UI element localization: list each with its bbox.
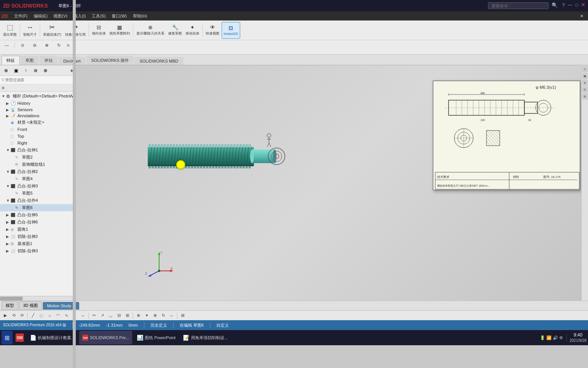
bt-rotate[interactable]: ↻	[160, 312, 167, 319]
sidebar-btn-properties[interactable]: ⊕	[2, 66, 11, 75]
menu-file[interactable]: 文件(F)	[11, 11, 31, 20]
expand-chamfer1[interactable]: ▶	[6, 242, 11, 246]
taskbar-app-sw[interactable]: SW SOLIDWORKS Pre...	[79, 331, 132, 344]
row2-btn5[interactable]: ↻	[53, 41, 64, 49]
tree-item-top[interactable]: □ Top	[0, 133, 75, 140]
taskbar-start[interactable]: ⊞	[2, 331, 13, 344]
tree-item-cut2[interactable]: ▶ ⬜ 切除-拉伸3	[0, 247, 75, 255]
expand-cut1[interactable]: ▶	[6, 234, 11, 239]
menu-edit[interactable]: 编辑(E)	[31, 11, 51, 20]
menu-tools[interactable]: 工具(S)	[89, 11, 109, 20]
sidebar-btn-grid[interactable]: ▣	[11, 66, 20, 75]
rp-btn3[interactable]: ⊕	[582, 80, 588, 86]
bt-trim[interactable]: ✂	[90, 312, 98, 319]
taskbar-app-ppt[interactable]: 📊 图纸 PowerPoint	[134, 331, 178, 344]
tree-item-boss4[interactable]: ▼ ⬛ 凸台-拉件4	[0, 197, 75, 204]
tree-item-material[interactable]: ◈ 材质 <未指定>	[0, 119, 75, 126]
view-tab-model[interactable]: 模型	[2, 301, 18, 310]
expand-cut2[interactable]: ▶	[6, 249, 11, 253]
tree-item-sensors[interactable]: ▶ 📡 Sensors	[0, 107, 75, 113]
expand-boss6[interactable]: ▶	[6, 220, 11, 224]
view-tab-3d[interactable]: 3D 视图	[19, 301, 42, 310]
tab-sw-plugins[interactable]: SOLIDWORKS 插件	[86, 56, 134, 65]
tree-item-fillet1[interactable]: ▶ ◎ 圆角1	[0, 226, 75, 233]
bt-play[interactable]: ▶	[2, 312, 9, 319]
tree-item-sketch6[interactable]: ✎ 草图6	[0, 204, 75, 211]
tree-item-annotations[interactable]: ▶ 📝 Annotations	[0, 113, 75, 119]
tree-item-right[interactable]: □ Right	[0, 140, 75, 146]
linear-array-button[interactable]: ▦ 线性草图阵列	[108, 22, 131, 39]
bt-relation[interactable]: ⊕	[134, 312, 142, 319]
tree-item-thread1[interactable]: ⟳ 装饰螺纹线1	[0, 161, 75, 168]
row2-btn3[interactable]: ⊖	[29, 41, 40, 49]
smart-dim-button[interactable]: ↔ 智能尺寸	[22, 22, 38, 39]
expand-sensors[interactable]: ▶	[6, 108, 11, 112]
bt-copy[interactable]: ⊕	[151, 312, 159, 319]
show-relations-button[interactable]: ⊕ 显示/删除几何关系	[135, 22, 166, 39]
bt-insert[interactable]: ⊞	[179, 312, 186, 319]
bt-fillet[interactable]: ◡	[107, 312, 114, 319]
sidebar-scrollbar[interactable]	[0, 296, 75, 300]
tree-item-boss3[interactable]: ▼ ⬛ 凸台-拉伸3	[0, 182, 75, 190]
bt-undo[interactable]: ⟲	[10, 312, 17, 319]
tree-item-boss6[interactable]: ▶ ⬛ 凸台-拉伸6	[0, 219, 75, 226]
sidebar-btn-target[interactable]: ⊚	[31, 66, 40, 75]
expand-history[interactable]: ▶	[6, 101, 11, 105]
menu-view[interactable]: 视图(V)	[50, 11, 70, 20]
tab-sketch[interactable]: 草图	[20, 56, 39, 65]
bt-spline[interactable]: ∿	[63, 312, 70, 319]
tree-item-sketch2[interactable]: ✎ 草图2	[0, 154, 75, 161]
bt-offset[interactable]: ⊟	[115, 312, 123, 319]
row2-btn4[interactable]: ⊕	[41, 41, 52, 49]
bt-scale[interactable]: ↔	[168, 312, 175, 319]
search-input[interactable]	[488, 2, 549, 9]
sidebar-scroll-thumb[interactable]	[0, 297, 23, 300]
expand-boss3[interactable]: ▼	[6, 184, 11, 188]
bt-redo[interactable]: ⟳	[18, 312, 26, 319]
tree-item-cut1[interactable]: ▶ ⬜ 切除-拉伸2	[0, 233, 75, 240]
taskbar-app-doc[interactable]: 📄 机械制图设计教案...	[27, 331, 78, 344]
expand-boss4[interactable]: ▼	[6, 198, 11, 203]
tab-dimxpert[interactable]: DimXpert	[58, 57, 86, 65]
tab-sw-mbd[interactable]: SOLIDWORKS MBD	[134, 57, 183, 65]
sidebar-btn-up[interactable]: ↑	[21, 66, 30, 75]
mirror-button[interactable]: ⊟ 镜向实体	[91, 22, 107, 39]
tree-item-root[interactable]: ▼ ⚙ 螺杆 (Default<<Default> PhotoW	[0, 93, 75, 100]
taskbar-sw-icon[interactable]: SW	[14, 331, 25, 344]
tree-item-sketch5[interactable]: ✎ 草图5	[0, 190, 75, 197]
sidebar-resize-grip[interactable]: ⋮	[73, 0, 76, 368]
exit-sketch-button[interactable]: ⬚ 退出草图	[2, 22, 18, 39]
move-entity-button[interactable]: ✦ 移动实体	[184, 22, 201, 39]
bt-arc[interactable]: ◠	[54, 312, 62, 319]
expand-root[interactable]: ▼	[2, 94, 6, 98]
trim-button[interactable]: ✂ 剪裁实体(T)	[42, 22, 63, 39]
rp-btn4[interactable]: ⊟	[582, 86, 588, 93]
rp-btn2[interactable]: ▣	[582, 73, 588, 79]
bt-dim[interactable]: ↔	[79, 312, 87, 319]
row2-btn1[interactable]: —	[2, 41, 12, 49]
expand-boss5[interactable]: ▶	[6, 213, 11, 217]
viewport[interactable]: φ M6.3(v1)	[76, 65, 588, 300]
tab-features[interactable]: 特征	[2, 56, 20, 65]
bt-extend[interactable]: ↗	[99, 312, 106, 319]
expand-annotations[interactable]: ▶	[6, 114, 11, 118]
bt-line[interactable]: ╱	[29, 312, 37, 319]
repair-sketch-button[interactable]: 🔧 修复草图	[167, 22, 183, 39]
quick-view-button[interactable]: 👁 快速视图	[204, 22, 221, 39]
tree-item-sketch4[interactable]: ✎ 草图4	[0, 175, 75, 182]
menu-help[interactable]: 帮助(H)	[130, 11, 150, 20]
bt-mirror[interactable]: ⊞	[124, 312, 131, 319]
tree-item-history[interactable]: ▶ 🕐 History	[0, 100, 75, 107]
tree-item-boss2[interactable]: ▼ ⬛ 凸台-拉伸2	[0, 168, 75, 175]
tab-evaluate[interactable]: 评估	[39, 56, 58, 65]
bt-rect[interactable]: □	[38, 312, 45, 319]
tree-item-boss5[interactable]: ▶ ⬛ 凸台-拉伸5	[0, 211, 75, 219]
instant2d-button[interactable]: ⊡ Instant2D	[222, 22, 240, 39]
tree-item-boss1[interactable]: ▼ ⬛ 凸台-拉伸1	[0, 146, 75, 154]
menu-close[interactable]: ✕	[577, 11, 586, 20]
row2-btn2[interactable]: ⊙	[17, 41, 28, 49]
bt-move[interactable]: ✦	[143, 312, 150, 319]
bt-circle[interactable]: ○	[46, 312, 53, 319]
tree-item-chamfer1[interactable]: ▶ ⊟ 基准面1	[0, 240, 75, 247]
sidebar-btn-add[interactable]: ⊕	[41, 66, 50, 75]
